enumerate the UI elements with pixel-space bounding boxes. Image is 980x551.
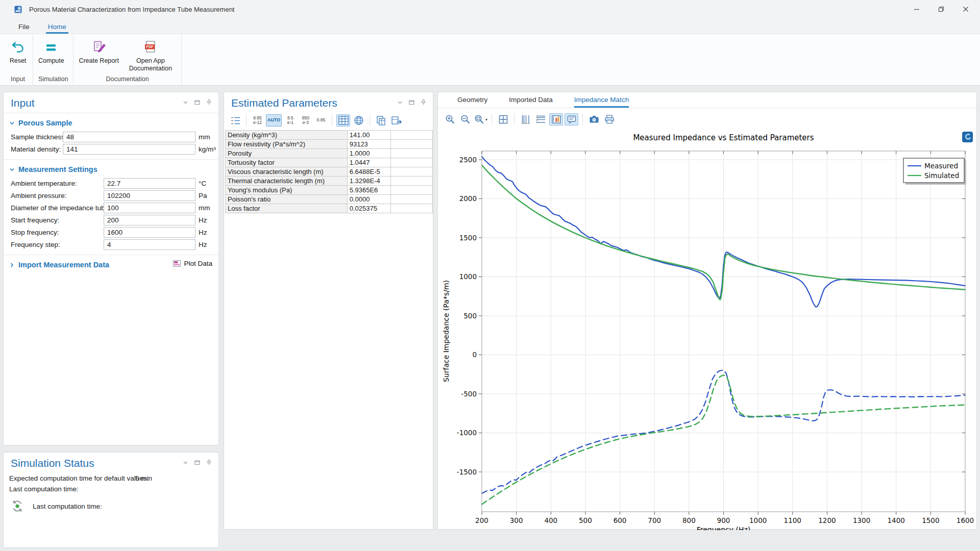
panel-pin-icon[interactable] [206, 99, 212, 106]
field-input-stop-frequency[interactable]: 1600 [104, 227, 195, 238]
globe-icon [354, 115, 364, 126]
panel-float-icon[interactable] [194, 459, 201, 466]
table-row: Tortuosity factor1.0447 [226, 158, 433, 167]
param-value-cell[interactable]: 141.00 [347, 131, 390, 140]
field-unit: mm [199, 133, 210, 141]
camera-icon [589, 114, 600, 125]
notation-text: AUTO [267, 118, 280, 123]
param-name-cell: Young's modulus (Pa) [226, 186, 348, 195]
minimize-button[interactable] [904, 0, 929, 18]
field-input-ambient-temperature[interactable]: 22.7 [104, 178, 195, 189]
impedance-chart: Measured Impedance vs Estimated Paramete… [438, 129, 977, 530]
field-unit: Hz [199, 216, 207, 224]
notation-text: 0.85 [317, 118, 326, 122]
snapshot-button[interactable] [587, 113, 601, 126]
zoom-in-button[interactable] [443, 113, 457, 126]
create-report-button[interactable]: Create Report [76, 38, 122, 66]
full-precision-button[interactable]: 8.85e-12 [251, 114, 264, 127]
notation-text: e-3 [303, 120, 309, 125]
legend-toggle-button[interactable] [549, 113, 563, 126]
param-value-cell[interactable]: 6.6488E-5 [347, 167, 390, 177]
export-table-button[interactable] [389, 114, 403, 127]
ribbon-group-label: Documentation [74, 76, 181, 85]
panel-pin-icon[interactable] [420, 99, 427, 106]
panel-chevron-icon[interactable] [397, 99, 403, 106]
panel-chevron-icon[interactable] [182, 99, 189, 106]
menu-tab-file[interactable]: File [16, 21, 32, 34]
status-value: 5 min [135, 474, 152, 482]
field-label: Start frequency: [11, 216, 59, 224]
decimal-notation-button[interactable]: 0.85 [314, 114, 328, 127]
form-row: Material density:141kg/m³ [4, 143, 218, 155]
open-app-documentation-button[interactable]: PDFOpen App Documentation [122, 38, 179, 73]
field-input-start-frequency[interactable]: 200 [104, 215, 195, 226]
auto-notation-button[interactable]: AUTO [266, 114, 282, 127]
comsol-app-icon [14, 6, 22, 13]
param-extra-cell [390, 195, 432, 204]
y-tick-label: -1500 [457, 468, 477, 476]
copy-table-button[interactable] [374, 114, 388, 127]
param-name-cell: Density (kg/m^3) [226, 131, 348, 140]
ribbon-group-buttons: Reset [3, 34, 33, 76]
panel-chevron-icon[interactable] [182, 459, 189, 466]
graphics-toolbar: ▾ [438, 108, 976, 129]
field-label: Sample thickness: [11, 133, 67, 141]
toolbar-separator [332, 115, 332, 126]
section-header-porous-sample[interactable]: Porous Sample [4, 113, 218, 131]
param-value-cell[interactable]: 1.0000 [347, 149, 390, 158]
param-name-cell: Thermal characteristic length (m) [226, 177, 348, 186]
panel-pin-icon[interactable] [206, 459, 212, 466]
refresh-icon [10, 499, 24, 513]
scientific-notation-button[interactable]: 8.5e-1 [283, 114, 297, 127]
field-input-sample-thickness[interactable]: 48 [63, 132, 195, 142]
zoom-in-icon [445, 114, 456, 125]
table-view-button[interactable] [336, 114, 350, 127]
ribbon-button-label: Compute [38, 57, 64, 65]
x-tick-label: 1200 [818, 516, 836, 524]
field-unit: kg/m³ [199, 145, 216, 153]
print-icon [604, 114, 615, 125]
title-bar: Porous Material Characterization from Im… [0, 0, 980, 18]
table-row: Flow resistivity (Pa*s/m^2)93123 [226, 140, 433, 149]
sphere-view-button[interactable] [352, 114, 365, 127]
annotation-toggle-button[interactable] [565, 113, 578, 126]
compute-button[interactable]: Compute [35, 38, 67, 66]
param-value-cell[interactable]: 0.0000 [347, 195, 390, 204]
reset-button[interactable]: Reset [5, 38, 31, 66]
param-name-cell: Porosity [226, 149, 348, 158]
param-extra-cell [390, 149, 432, 158]
field-label: Material density: [11, 145, 61, 153]
zoom-box-button[interactable]: ▾ [474, 113, 487, 126]
tab-impedance-match[interactable]: Impedance Match [574, 96, 629, 108]
param-value-cell[interactable]: 93123 [347, 140, 390, 149]
menu-tab-home[interactable]: Home [46, 21, 68, 34]
toolbar-separator [582, 114, 583, 125]
tab-imported-data[interactable]: Imported Data [509, 96, 553, 108]
param-value-cell[interactable]: 0.025375 [347, 204, 390, 213]
restore-button[interactable] [929, 0, 953, 18]
param-value-cell[interactable]: 5.9365E6 [347, 186, 390, 195]
field-input-material-density[interactable]: 141 [63, 144, 195, 155]
x-axis-grid-button[interactable] [519, 113, 532, 126]
zoom-out-button[interactable] [458, 113, 472, 126]
param-value-cell[interactable]: 1.3298E-4 [347, 177, 390, 186]
param-extra-cell [390, 186, 432, 195]
param-value-cell[interactable]: 1.0447 [347, 158, 390, 167]
panel-float-icon[interactable] [194, 99, 201, 106]
print-button[interactable] [602, 113, 616, 126]
close-button[interactable] [953, 0, 978, 18]
section-header-import-measurement-data[interactable]: Import Measurement DataPlot Data [4, 255, 218, 272]
x-grid-icon [520, 114, 531, 125]
field-input-frequency-step[interactable]: 4 [104, 239, 195, 250]
format-list-button[interactable] [228, 114, 242, 127]
field-input-ambient-pressure[interactable]: 102200 [104, 190, 195, 201]
x-tick-label: 400 [544, 516, 557, 524]
field-input-diameter-of-the-impedance-tube[interactable]: 100 [104, 203, 195, 213]
y-axis-grid-button[interactable] [534, 113, 548, 126]
panel-float-icon[interactable] [408, 99, 415, 106]
tab-geometry[interactable]: Geometry [457, 96, 487, 108]
section-header-measurement-settings[interactable]: Measurement Settings [4, 160, 218, 177]
engineering-notation-button[interactable]: 850e-3 [299, 114, 312, 127]
zoom-extents-button[interactable] [496, 113, 510, 126]
plot-data-button[interactable]: Plot Data [173, 260, 212, 267]
